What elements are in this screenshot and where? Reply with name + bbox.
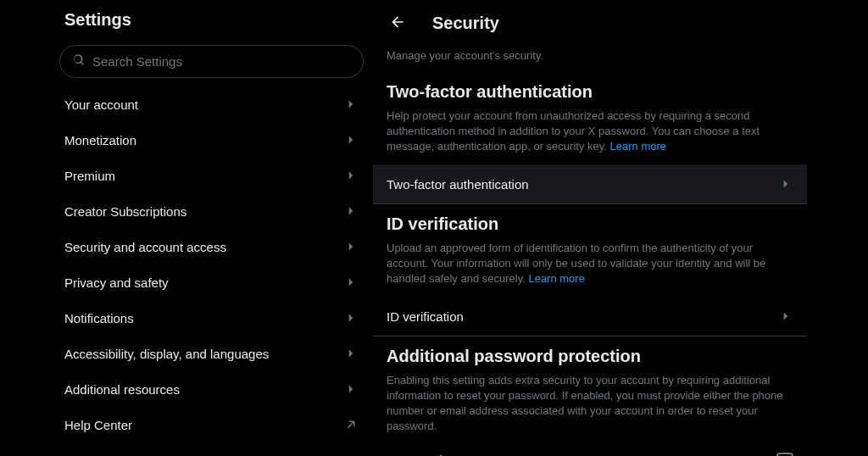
- settings-title: Settings: [51, 0, 372, 40]
- nav-label: Accessibility, display, and languages: [64, 347, 269, 361]
- nav-label: Your account: [64, 97, 138, 112]
- section-two-factor: Two-factor authentication Help protect y…: [373, 72, 807, 204]
- nav-label: Monetization: [64, 133, 136, 147]
- nav-label: Security and account access: [64, 240, 226, 254]
- section-heading: Additional password protection: [373, 347, 807, 373]
- checkbox-label: Password reset protect: [387, 453, 516, 456]
- row-password-reset-protect: Password reset protect: [373, 444, 807, 456]
- section-description: Enabling this setting adds extra securit…: [373, 373, 807, 444]
- chevron-right-icon: [343, 381, 359, 397]
- nav-label: Notifications: [64, 311, 134, 325]
- chevron-right-icon: [343, 97, 359, 112]
- search-input[interactable]: [92, 54, 351, 69]
- row-label: Two-factor authentication: [387, 177, 529, 192]
- settings-sidebar: Settings Your account Monetization Premi…: [51, 0, 373, 456]
- section-id-verification: ID verification Upload an approved form …: [373, 204, 807, 336]
- chevron-right-icon: [343, 310, 359, 325]
- arrow-left-icon: [389, 14, 406, 33]
- nav-security-account-access[interactable]: Security and account access: [51, 229, 372, 264]
- section-heading: ID verification: [373, 214, 807, 241]
- section-heading: Two-factor authentication: [373, 82, 807, 108]
- chevron-right-icon: [343, 168, 359, 183]
- back-button[interactable]: [383, 8, 412, 37]
- chevron-right-icon: [778, 309, 793, 324]
- section-additional-password-protection: Additional password protection Enabling …: [373, 336, 807, 456]
- nav-additional-resources[interactable]: Additional resources: [51, 371, 372, 407]
- row-id-verification[interactable]: ID verification: [373, 297, 807, 336]
- learn-more-link[interactable]: Learn more: [528, 272, 584, 285]
- nav-notifications[interactable]: Notifications: [51, 300, 372, 336]
- nav-privacy-safety[interactable]: Privacy and safety: [51, 264, 372, 300]
- nav-label: Premium: [64, 169, 115, 183]
- search-icon: [72, 53, 86, 70]
- chevron-right-icon: [343, 132, 359, 147]
- nav-label: Help Center: [64, 418, 132, 432]
- detail-header: Security: [373, 0, 807, 46]
- nav-help-center[interactable]: Help Center: [51, 407, 372, 442]
- row-two-factor-authentication[interactable]: Two-factor authentication: [373, 164, 807, 203]
- learn-more-link[interactable]: Learn more: [610, 140, 666, 153]
- chevron-right-icon: [343, 239, 359, 254]
- page-title: Security: [432, 14, 499, 33]
- section-description: Help protect your account from unauthori…: [373, 108, 807, 164]
- nav-label: Additional resources: [64, 382, 180, 397]
- external-link-icon: [343, 417, 359, 432]
- chevron-right-icon: [343, 346, 359, 361]
- nav-monetization[interactable]: Monetization: [51, 122, 372, 158]
- chevron-right-icon: [778, 176, 793, 192]
- section-description: Upload an approved form of identificatio…: [373, 241, 807, 297]
- chevron-right-icon: [343, 275, 359, 290]
- password-reset-checkbox[interactable]: [776, 453, 793, 456]
- page-subtitle: Manage your account's security.: [373, 46, 807, 72]
- row-label: ID verification: [387, 309, 464, 324]
- nav-label: Creator Subscriptions: [64, 204, 186, 219]
- nav-creator-subscriptions[interactable]: Creator Subscriptions: [51, 193, 372, 229]
- nav-label: Privacy and safety: [64, 275, 169, 290]
- security-detail-panel: Security Manage your account's security.…: [373, 0, 807, 456]
- nav-accessibility-display-languages[interactable]: Accessibility, display, and languages: [51, 336, 372, 371]
- search-box[interactable]: [59, 45, 364, 78]
- nav-premium[interactable]: Premium: [51, 158, 372, 193]
- nav-your-account[interactable]: Your account: [51, 86, 372, 122]
- chevron-right-icon: [343, 203, 359, 219]
